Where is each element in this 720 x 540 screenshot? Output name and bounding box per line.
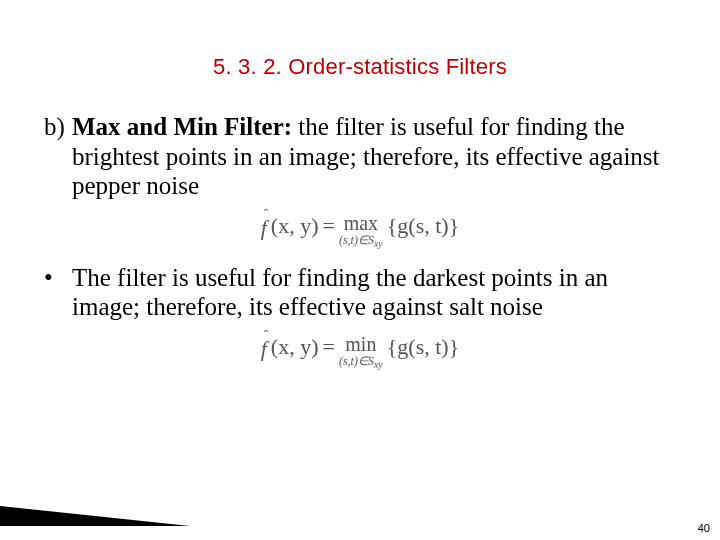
formula-max-op-sub: (s,t)∈Sxy: [339, 234, 383, 249]
formula-max-eq: =: [323, 213, 335, 239]
formula-max: ˆ f (x, y) = max (s,t)∈Sxy {g(s, t)}: [44, 213, 676, 249]
slide: 5. 3. 2. Order-statistics Filters b)Max …: [0, 0, 720, 540]
formula-min-op: min (s,t)∈Sxy: [339, 334, 383, 370]
formula-max-args: (x, y): [271, 213, 319, 239]
formula-min-eq: =: [323, 334, 335, 360]
item-b-content: Max and Min Filter: the filter is useful…: [72, 112, 670, 201]
formula-min-rhs: {g(s, t)}: [387, 334, 459, 360]
hat-symbol: ˆ: [264, 328, 269, 344]
bullet-dot: •: [44, 263, 72, 322]
slide-title: 5. 3. 2. Order-statistics Filters: [0, 54, 720, 80]
formula-max-op: max (s,t)∈Sxy: [339, 213, 383, 249]
formula-max-fhat: ˆ f: [261, 213, 267, 241]
formula-max-rhs: {g(s, t)}: [387, 213, 459, 239]
hat-symbol: ˆ: [264, 207, 269, 223]
formula-max-op-name: max: [344, 213, 378, 233]
page-number: 40: [698, 522, 710, 534]
item-b: b)Max and Min Filter: the filter is usef…: [44, 112, 676, 201]
slide-body: b)Max and Min Filter: the filter is usef…: [44, 112, 676, 384]
formula-min-op-name: min: [345, 334, 376, 354]
bullet-min: • The filter is useful for finding the d…: [44, 263, 676, 322]
formula-min-fhat: ˆ f: [261, 334, 267, 362]
footer-wedge: [0, 506, 190, 526]
formula-min-args: (x, y): [271, 334, 319, 360]
item-b-heading: Max and Min Filter:: [72, 113, 292, 140]
formula-min-op-sub: (s,t)∈Sxy: [339, 355, 383, 370]
bullet-min-text: The filter is useful for finding the dar…: [72, 263, 676, 322]
formula-min: ˆ f (x, y) = min (s,t)∈Sxy {g(s, t)}: [44, 334, 676, 370]
item-b-label: b): [44, 112, 72, 142]
